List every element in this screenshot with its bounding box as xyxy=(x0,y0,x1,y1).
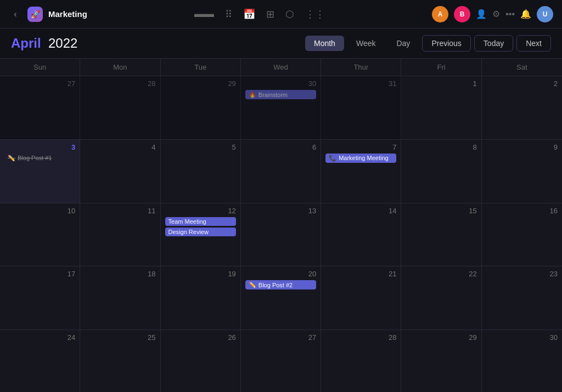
day-apr-27[interactable]: 27 xyxy=(241,330,321,392)
day-apr-7[interactable]: 7 📞 Marketing Meeting xyxy=(321,140,401,203)
day-num: 29 xyxy=(406,333,476,342)
day-num: 29 xyxy=(165,79,236,88)
day-mar-29[interactable]: 29 xyxy=(161,76,241,139)
day-num: 6 xyxy=(245,143,316,151)
day-apr-23[interactable]: 23 xyxy=(482,266,562,329)
day-num: 7 xyxy=(325,143,396,151)
event-marketing-meeting[interactable]: 📞 Marketing Meeting xyxy=(325,154,396,163)
calendar-icon[interactable]: 📅 xyxy=(243,8,255,20)
columns-icon[interactable]: ⠿ xyxy=(225,8,232,20)
share-icon[interactable]: ⬡ xyxy=(285,8,294,20)
back-button[interactable]: ‹ xyxy=(9,8,22,21)
today-button[interactable]: Today xyxy=(474,35,513,52)
user-avatar[interactable]: U xyxy=(537,6,553,22)
day-num-today: 3 xyxy=(4,143,75,151)
day-mar-31[interactable]: 31 xyxy=(321,76,401,139)
day-mar-27[interactable]: 27 xyxy=(0,76,80,139)
day-apr-15[interactable]: 15 xyxy=(401,203,481,266)
day-num: 4 xyxy=(85,143,155,151)
list-icon[interactable]: ▬▬ xyxy=(194,8,214,20)
hierarchy-icon[interactable]: ⋮⋮ xyxy=(305,8,325,20)
event-blog-post-2[interactable]: ✏️ Blog Post #2 xyxy=(245,280,316,289)
brainstorm-icon: 🔥 xyxy=(249,91,256,98)
nav-right: A B 👤 ⚙ ••• 🔔 U xyxy=(432,6,553,22)
header-mon: Mon xyxy=(80,59,160,76)
day-apr-21[interactable]: 21 xyxy=(321,266,401,329)
calendar-controls: Month Week Day Previous Today Next xyxy=(305,35,551,52)
day-apr-5[interactable]: 5 xyxy=(161,140,241,203)
day-view-button[interactable]: Day xyxy=(387,36,419,51)
day-apr-4[interactable]: 4 xyxy=(80,140,160,203)
day-apr-26[interactable]: 26 xyxy=(161,330,241,392)
calendar-grid: 27 28 29 30 🔥 Brainstorm 31 1 xyxy=(0,76,562,392)
day-mar-28[interactable]: 28 xyxy=(80,76,160,139)
day-apr-16[interactable]: 16 xyxy=(482,203,562,266)
day-apr-19[interactable]: 19 xyxy=(161,266,241,329)
day-num: 8 xyxy=(406,143,476,151)
day-num: 2 xyxy=(486,79,558,88)
day-num: 17 xyxy=(4,270,75,278)
day-num: 15 xyxy=(406,207,476,215)
day-num: 14 xyxy=(325,207,396,215)
day-apr-13[interactable]: 13 xyxy=(241,203,321,266)
header-sat: Sat xyxy=(482,59,562,76)
header-sun: Sun xyxy=(0,59,80,76)
day-apr-1[interactable]: 1 xyxy=(401,76,481,139)
day-num: 25 xyxy=(85,333,155,342)
marketing-meeting-label: Marketing Meeting xyxy=(339,155,389,161)
avatar-2[interactable]: B xyxy=(454,6,470,22)
day-mar-30[interactable]: 30 🔥 Brainstorm xyxy=(241,76,321,139)
day-apr-17[interactable]: 17 xyxy=(0,266,80,329)
header-thur: Thur xyxy=(321,59,401,76)
day-apr-6[interactable]: 6 xyxy=(241,140,321,203)
day-apr-20[interactable]: 20 ✏️ Blog Post #2 xyxy=(241,266,321,329)
calendar-grid-container: Sun Mon Tue Wed Thur Fri Sat 27 28 29 30… xyxy=(0,59,562,392)
day-apr-11[interactable]: 11 xyxy=(80,203,160,266)
day-apr-9[interactable]: 9 xyxy=(482,140,562,203)
day-apr-18[interactable]: 18 xyxy=(80,266,160,329)
day-apr-10[interactable]: 10 xyxy=(0,203,80,266)
table-icon[interactable]: ⊞ xyxy=(266,8,274,20)
filter-icon[interactable]: ⚙ xyxy=(492,9,500,19)
day-apr-24[interactable]: 24 xyxy=(0,330,80,392)
event-team-meeting[interactable]: Team Meeting xyxy=(165,217,236,226)
next-button[interactable]: Next xyxy=(516,35,551,52)
day-apr-12[interactable]: 12 Team Meeting Design Review xyxy=(161,203,241,266)
day-num: 27 xyxy=(4,79,75,88)
day-apr-3[interactable]: 3 ✏️ Blog Post #1 xyxy=(0,140,80,203)
phone-icon: 📞 xyxy=(329,155,336,162)
day-num: 11 xyxy=(85,207,155,215)
day-apr-29[interactable]: 29 xyxy=(401,330,481,392)
day-apr-2[interactable]: 2 xyxy=(482,76,562,139)
avatar-1[interactable]: A xyxy=(432,6,448,22)
calendar-year: 2022 xyxy=(48,36,77,50)
day-num: 23 xyxy=(486,270,558,278)
pencil2-icon: ✏️ xyxy=(249,281,256,288)
day-apr-25[interactable]: 25 xyxy=(80,330,160,392)
previous-button[interactable]: Previous xyxy=(422,35,470,52)
top-navigation: ‹ 🚀 Marketing ▬▬ ⠿ 📅 ⊞ ⬡ ⋮⋮ A B 👤 ⚙ ••• … xyxy=(0,0,562,29)
day-num: 19 xyxy=(165,270,236,278)
team-meeting-label: Team Meeting xyxy=(168,218,206,225)
day-apr-14[interactable]: 14 xyxy=(321,203,401,266)
event-brainstorm[interactable]: 🔥 Brainstorm xyxy=(245,90,316,99)
day-num: 24 xyxy=(4,333,75,342)
month-view-button[interactable]: Month xyxy=(305,36,344,51)
event-blog-post-1[interactable]: ✏️ Blog Post #1 xyxy=(4,154,75,163)
event-design-review[interactable]: Design Review xyxy=(165,228,236,236)
app-icon-emoji: 🚀 xyxy=(31,10,40,19)
header-fri: Fri xyxy=(401,59,481,76)
blog-post-2-label: Blog Post #2 xyxy=(258,282,293,288)
day-num: 9 xyxy=(486,143,558,151)
calendar-month: April xyxy=(11,36,41,50)
day-apr-28[interactable]: 28 xyxy=(321,330,401,392)
day-num: 12 xyxy=(165,207,236,215)
day-apr-30[interactable]: 30 xyxy=(482,330,562,392)
day-apr-8[interactable]: 8 xyxy=(401,140,481,203)
more-icon[interactable]: ••• xyxy=(505,9,515,19)
week-view-button[interactable]: Week xyxy=(347,36,385,51)
day-apr-22[interactable]: 22 xyxy=(401,266,481,329)
bell-icon[interactable]: 🔔 xyxy=(520,9,531,19)
add-user-icon[interactable]: 👤 xyxy=(476,9,487,19)
week-2: 3 ✏️ Blog Post #1 4 5 6 7 📞 Marketing Me… xyxy=(0,140,562,203)
